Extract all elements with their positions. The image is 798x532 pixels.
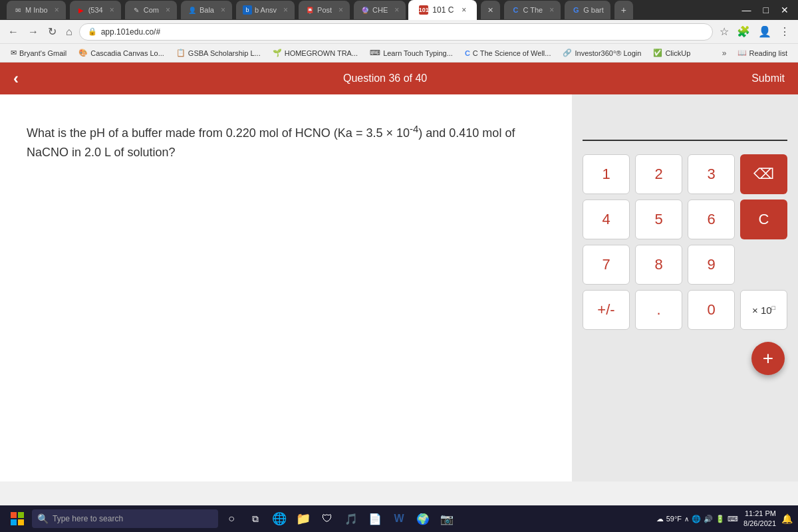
calc-key-6[interactable]: 6 xyxy=(688,200,735,239)
taskbar-search-icon: 🔍 xyxy=(37,513,49,524)
network-icon: 🌐 xyxy=(692,515,701,523)
security-taskbar-icon[interactable]: 🛡 xyxy=(317,508,338,529)
chevron-up-icon: ∧ xyxy=(684,515,689,523)
bookmark-favicon-gsba: 📋 xyxy=(176,49,186,57)
tab-favicon-post: 📮 xyxy=(305,5,315,15)
back-question-button[interactable]: ‹ xyxy=(13,69,19,88)
bookmark-gmail[interactable]: ✉ Bryant's Gmail xyxy=(5,47,72,59)
tab-che[interactable]: 🔮 CHE × xyxy=(354,1,406,19)
calc-key-7[interactable]: 7 xyxy=(583,245,630,285)
edge-taskbar-icon[interactable]: 🌐 xyxy=(269,508,290,529)
tab-post[interactable]: 📮 Post × xyxy=(299,1,350,19)
backspace-icon: ⌫ xyxy=(753,166,774,183)
calc-key-2[interactable]: 2 xyxy=(635,154,682,194)
extensions-button[interactable]: 🧩 xyxy=(734,24,753,39)
tab-close-ansv[interactable]: × xyxy=(283,5,288,15)
tab-close-the[interactable]: × xyxy=(549,5,554,15)
bookmark-gsba[interactable]: 📋 GSBA Scholarship L... xyxy=(171,47,266,59)
office-taskbar-icon[interactable]: 📄 xyxy=(364,508,386,529)
tab-ansv[interactable]: b b Ansv × xyxy=(236,1,295,19)
tab-gmail[interactable]: ✉ M Inbo × xyxy=(7,1,66,19)
tab-close-com[interactable]: × xyxy=(166,5,170,15)
camera-taskbar-icon[interactable]: 📷 xyxy=(436,508,458,529)
security-icon: 🛡 xyxy=(322,513,332,525)
refresh-button[interactable]: ↻ xyxy=(45,24,59,39)
tab-close-101edu[interactable]: × xyxy=(462,5,466,15)
tab-favicon-ansv: b xyxy=(243,5,252,15)
home-button[interactable]: ⌂ xyxy=(63,25,75,39)
close-button[interactable]: ✕ xyxy=(777,5,793,15)
calc-key-backspace[interactable]: ⌫ xyxy=(740,154,787,194)
bookmarks-more-button[interactable]: » xyxy=(718,47,731,59)
fab-button[interactable]: + xyxy=(751,342,785,375)
profile-button[interactable]: 👤 xyxy=(755,24,774,39)
back-button[interactable]: ← xyxy=(5,25,21,39)
calc-key-decimal[interactable]: . xyxy=(635,290,682,330)
bookmark-science[interactable]: C C The Science of Well... xyxy=(460,48,557,59)
address-bar[interactable]: 🔒 app.101edu.co/# xyxy=(79,23,713,41)
tab-x[interactable]: ✕ xyxy=(481,1,500,19)
calculator-display xyxy=(583,108,787,141)
bookmark-typing[interactable]: ⌨ Learn Touch Typing... xyxy=(364,47,458,59)
tab-favicon-the: C xyxy=(511,5,520,15)
bookmark-investor[interactable]: 🔗 Investor360°® Login xyxy=(557,47,646,59)
windows-logo-icon xyxy=(11,512,24,525)
explorer-taskbar-icon[interactable]: 📁 xyxy=(293,508,314,529)
calc-key-9[interactable]: 9 xyxy=(688,245,735,285)
tab-close-bala[interactable]: × xyxy=(221,5,225,15)
calculator-keypad: 1 2 3 ⌫ 4 5 6 C 7 8 9 +/- . 0 xyxy=(583,154,787,330)
tab-close-che[interactable]: × xyxy=(394,5,399,15)
cortana-button[interactable]: ○ xyxy=(221,508,242,529)
tab-com[interactable]: ✎ Com × xyxy=(125,1,177,19)
spotify-taskbar-icon[interactable]: 🎵 xyxy=(340,508,362,529)
start-button[interactable] xyxy=(5,507,29,531)
tab-101edu[interactable]: 101 101 C × xyxy=(408,0,477,20)
office-icon: 📄 xyxy=(368,513,382,525)
settings-button[interactable]: ⋮ xyxy=(777,24,793,39)
tab-favicon-bart1: G xyxy=(571,5,581,15)
reading-list-button[interactable]: 📖 Reading list xyxy=(732,47,793,59)
calc-key-5[interactable]: 5 xyxy=(635,200,682,239)
forward-button[interactable]: → xyxy=(25,25,41,39)
taskview-button[interactable]: ⧉ xyxy=(245,508,266,529)
calc-key-1[interactable]: 1 xyxy=(583,154,630,194)
bookmark-label-cascadia: Cascadia Canvas Lo... xyxy=(90,49,164,57)
calc-key-clear[interactable]: C xyxy=(740,200,787,239)
tab-bala[interactable]: 👤 Bala × xyxy=(181,1,232,19)
calc-key-plusminus[interactable]: +/- xyxy=(583,290,630,330)
taskbar-search-bar[interactable]: 🔍 Type here to search xyxy=(32,509,218,528)
tab-favicon-youtube: ▶ xyxy=(76,5,86,15)
clock-display[interactable]: 11:21 PM 8/26/2021 xyxy=(743,509,776,529)
word-taskbar-icon[interactable]: W xyxy=(388,508,410,529)
tab-bart1[interactable]: G G bart xyxy=(565,1,610,19)
tab-favicon-bala: 👤 xyxy=(188,5,197,15)
tab-label-101edu: 101 C xyxy=(432,5,454,15)
tab-close-gmail[interactable]: × xyxy=(55,5,59,15)
minimize-button[interactable]: — xyxy=(738,5,755,15)
bookmark-cascadia[interactable]: 🎨 Cascadia Canvas Lo... xyxy=(73,47,170,59)
calc-key-4[interactable]: 4 xyxy=(583,200,630,239)
bookmark-clickup[interactable]: ✅ ClickUp xyxy=(648,47,696,59)
taskview-icon: ⧉ xyxy=(252,513,259,525)
tab-label-the: C The xyxy=(523,6,543,14)
x10-label: × 10□ xyxy=(752,305,775,316)
tab-close-youtube[interactable]: × xyxy=(110,5,114,15)
calc-key-3[interactable]: 3 xyxy=(688,154,735,194)
calc-key-8[interactable]: 8 xyxy=(635,245,682,285)
submit-button[interactable]: Submit xyxy=(751,72,785,84)
maximize-button[interactable]: □ xyxy=(759,5,773,15)
tab-label-youtube: (534 xyxy=(88,6,103,14)
calc-key-x10[interactable]: × 10□ xyxy=(740,290,787,330)
tab-close-post[interactable]: × xyxy=(338,5,343,15)
svg-rect-1 xyxy=(18,512,24,518)
chrome-taskbar-icon[interactable]: 🌍 xyxy=(412,508,434,529)
calc-key-0[interactable]: 0 xyxy=(688,290,735,330)
tab-youtube[interactable]: ▶ (534 × xyxy=(70,1,121,19)
bookmark-favicon-science: C xyxy=(465,49,470,57)
explorer-icon: 📁 xyxy=(296,511,311,526)
new-tab-icon: + xyxy=(621,5,626,15)
favorites-button[interactable]: ☆ xyxy=(717,24,732,39)
tab-new[interactable]: + xyxy=(614,1,633,19)
bookmark-homegrown[interactable]: 🌱 HOMEGROWN TRA... xyxy=(267,47,363,59)
tab-the[interactable]: C C The × xyxy=(504,1,561,19)
